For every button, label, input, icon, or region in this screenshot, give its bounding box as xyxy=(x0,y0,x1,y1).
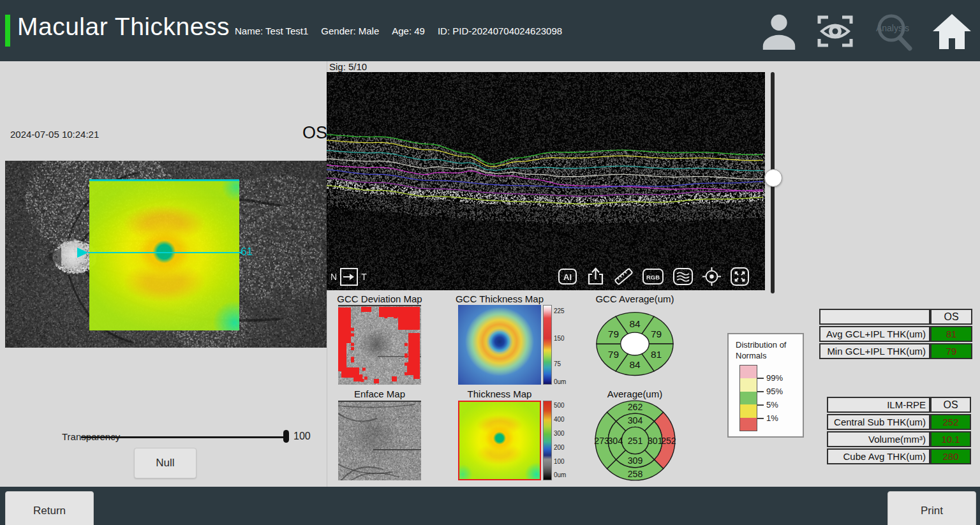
colorbar-tick: 225 xyxy=(554,307,565,314)
table-header-row: ILM-RPE OS xyxy=(827,397,971,413)
print-button[interactable]: Print xyxy=(887,491,976,525)
scan-line-number: 61 xyxy=(241,246,253,258)
eye-label: OS xyxy=(302,123,327,143)
row-value: 79 xyxy=(930,343,972,359)
legend-tick: 95% xyxy=(766,387,783,396)
thickness-overlay xyxy=(89,179,239,330)
chart-value: 81 xyxy=(651,349,662,360)
gcc-deviation-map-title: GCC Deviation Map xyxy=(334,293,425,304)
analysis-icon[interactable]: Analysis xyxy=(872,11,916,51)
return-button[interactable]: Return xyxy=(5,491,94,525)
enface-map-title: Enface Map xyxy=(334,388,425,399)
layers-icon[interactable] xyxy=(672,267,694,286)
gcl-ipl-table: OS Avg GCL+IPL THK(um) 81 Min GCL+IPL TH… xyxy=(819,307,972,360)
svg-text:AI: AI xyxy=(563,272,572,282)
export-icon[interactable] xyxy=(586,267,605,286)
pie-center xyxy=(621,332,650,355)
chart-value: 84 xyxy=(629,359,641,370)
chart-value: 84 xyxy=(629,318,641,329)
header-icons: Analysis xyxy=(759,11,972,51)
colorbar-tick: 0um xyxy=(554,471,566,478)
gcc-average-title: GCC Average(um) xyxy=(590,293,679,304)
bscan-toolbar: AI RGB xyxy=(558,267,750,286)
table-row: Cube Avg THK(um) 280 xyxy=(827,448,971,464)
distribution-legend: Distribution of Normals 99% 95% 5% 1% xyxy=(727,333,804,438)
bscan-image[interactable] xyxy=(327,72,765,290)
scan-eye-icon[interactable] xyxy=(814,12,856,50)
chart-value: 79 xyxy=(608,329,619,339)
row-label: Central Sub THK(um) xyxy=(827,414,930,430)
transparency-value: 100 xyxy=(293,431,311,442)
chart-value: 79 xyxy=(608,349,619,360)
overlay-top-strip xyxy=(89,179,239,181)
row-label: Volume(mm³) xyxy=(827,431,930,447)
page-title: Macular Thickness xyxy=(17,13,230,41)
chart-value: 301 xyxy=(648,436,663,446)
transparency-slider-handle[interactable] xyxy=(283,430,289,443)
gcl-os-header: OS xyxy=(930,309,972,325)
gcc-thickness-map-title: GCC Thickness Map xyxy=(454,293,545,304)
legend-tick: 1% xyxy=(766,413,778,423)
row-value: 10.1 xyxy=(930,431,971,447)
transparency-slider-track[interactable] xyxy=(81,436,286,438)
table-row: Min GCL+IPL THK(um) 79 xyxy=(819,343,972,359)
ruler-icon[interactable] xyxy=(614,267,634,286)
bscan-slider-handle[interactable] xyxy=(764,169,782,187)
svg-text:RGB: RGB xyxy=(646,274,660,281)
legend-tick: 5% xyxy=(766,400,778,410)
ilm-os-header: OS xyxy=(930,397,971,413)
etdrs-average-chart: 304301309304262252258273251 xyxy=(595,400,676,481)
chart-value: 262 xyxy=(628,402,643,412)
null-button[interactable]: Null xyxy=(134,448,197,478)
patient-icon[interactable] xyxy=(759,12,799,50)
table-header-row: OS xyxy=(819,309,972,325)
enface-map xyxy=(338,401,421,480)
orientation-marker: N T xyxy=(330,268,367,286)
analysis-icon-label: Analysis xyxy=(876,23,909,33)
rgb-button[interactable]: RGB xyxy=(642,267,664,286)
row-label: Min GCL+IPL THK(um) xyxy=(819,343,930,359)
fullscreen-icon[interactable] xyxy=(730,267,750,286)
home-icon[interactable] xyxy=(932,12,972,50)
header: Macular Thickness Name: Test Test1 Gende… xyxy=(0,0,980,61)
ilm-rpe-header: ILM-RPE xyxy=(827,397,930,413)
footer xyxy=(0,487,980,525)
row-label: Cube Avg THK(um) xyxy=(827,448,930,464)
chart-value: 258 xyxy=(628,469,643,479)
legend-tick: 99% xyxy=(766,373,783,383)
average-title: Average(um) xyxy=(590,388,679,399)
scan-line[interactable] xyxy=(88,252,241,253)
locate-crosshair-icon[interactable] xyxy=(702,267,722,286)
distribution-legend-colorbar xyxy=(739,365,757,431)
colorbar-tick: 400 xyxy=(554,416,565,423)
row-value: 252 xyxy=(930,414,971,430)
scan-line-marker[interactable] xyxy=(77,248,88,258)
chart-value: 304 xyxy=(607,436,623,446)
accent-bar xyxy=(5,15,10,47)
chart-value: 251 xyxy=(628,436,643,446)
app-root: Macular Thickness Name: Test Test1 Gende… xyxy=(0,0,980,525)
direction-arrow-icon xyxy=(340,268,358,286)
gcc-thickness-map xyxy=(458,305,541,385)
table-row: Central Sub THK(um) 252 xyxy=(827,414,971,430)
chart-value: 304 xyxy=(628,415,643,425)
patient-info: Name: Test Test1 Gender: Male Age: 49 ID… xyxy=(235,26,562,36)
chart-value: 252 xyxy=(661,436,676,446)
ai-button[interactable]: AI xyxy=(558,267,577,286)
chart-value: 273 xyxy=(594,436,609,446)
ilm-rpe-table: ILM-RPE OS Central Sub THK(um) 252 Volum… xyxy=(827,396,971,466)
colorbar-tick: 75 xyxy=(554,360,561,367)
colorbar-tick: 150 xyxy=(554,335,565,342)
nasal-label: N xyxy=(330,272,337,282)
colorbar-tick: 500 xyxy=(554,402,565,409)
chart-value: 309 xyxy=(628,455,643,466)
patient-age: Age: 49 xyxy=(392,26,425,36)
table-row: Avg GCL+IPL THK(um) 81 xyxy=(819,326,972,342)
table-row: Volume(mm³) 10.1 xyxy=(827,431,971,447)
row-value: 280 xyxy=(930,448,971,464)
thickness-map xyxy=(458,401,541,480)
distribution-legend-title: Distribution of Normals xyxy=(736,339,796,361)
gcc-thickness-colorbar xyxy=(543,305,552,385)
chart-value: 79 xyxy=(651,329,662,339)
signal-strength-label: Sig: 5/10 xyxy=(329,61,367,72)
